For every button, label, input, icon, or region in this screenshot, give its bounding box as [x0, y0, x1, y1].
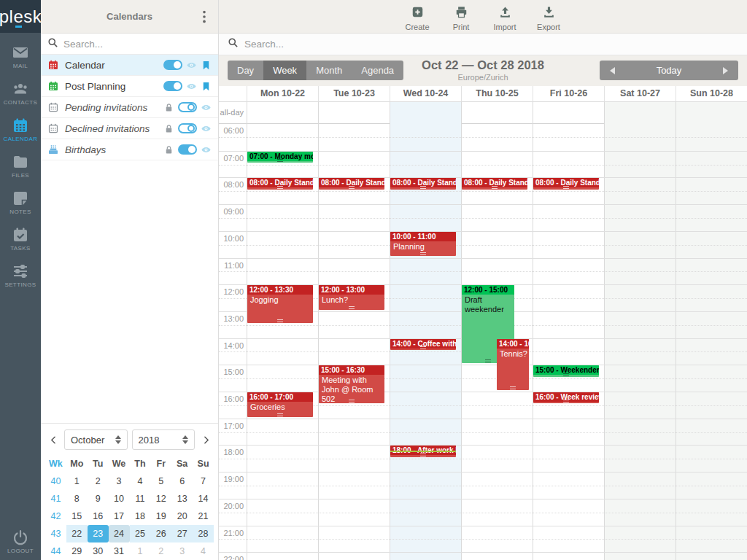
tab-month[interactable]: Month [306, 61, 352, 80]
resize-handle-icon[interactable] [349, 186, 355, 189]
mini-cal-day[interactable]: 5 [150, 472, 171, 490]
mini-cal-day[interactable]: 30 [88, 542, 109, 560]
day-column[interactable]: 08:00 - Daily Standup15:00 - Weekender16… [533, 124, 604, 560]
nav-item-calendar[interactable]: CALENDAR [0, 117, 41, 142]
eye-icon[interactable] [201, 102, 212, 113]
event[interactable]: 15:00 - Weekender [533, 365, 599, 376]
mini-cal-day[interactable]: 25 [130, 525, 151, 542]
mini-cal-day[interactable]: 1 [66, 472, 88, 490]
create-button[interactable]: Create [401, 5, 433, 31]
resize-handle-icon[interactable] [277, 319, 283, 322]
visibility-toggle[interactable] [178, 144, 197, 155]
visibility-toggle[interactable] [163, 60, 182, 70]
plesk-logo[interactable]: plesk [0, 0, 41, 33]
event[interactable]: 14:00 - Coffee with Ann [390, 339, 456, 350]
day-column[interactable]: 08:00 - Daily Standup12:00 - 15:00Draft … [461, 124, 533, 560]
mini-cal-day[interactable]: 4 [193, 542, 214, 560]
mini-cal-day[interactable]: 8 [66, 490, 88, 508]
mini-cal-day[interactable]: 12 [150, 490, 171, 508]
mini-cal-day[interactable]: 10 [109, 490, 130, 508]
today-button[interactable]: Today [657, 65, 682, 76]
prev-month-chevron-icon[interactable] [47, 432, 60, 448]
event[interactable]: 16:00 - 17:00Groceries [247, 392, 313, 417]
nav-logout[interactable]: LOGOUT [0, 529, 41, 554]
event[interactable]: 08:00 - Daily Standup [462, 178, 527, 189]
event[interactable]: 08:00 - Daily Standup [319, 178, 384, 189]
next-week-arrow-icon[interactable] [723, 67, 728, 74]
calendar-list-item[interactable]: Declined invitations [41, 118, 218, 139]
eye-icon[interactable] [201, 123, 212, 134]
resize-handle-icon[interactable] [563, 186, 569, 189]
mini-cal-day[interactable]: 2 [88, 472, 109, 490]
export-button[interactable]: Export [533, 5, 565, 31]
resize-handle-icon[interactable] [277, 186, 283, 189]
mini-cal-day[interactable]: 15 [66, 508, 88, 525]
tab-day[interactable]: Day [228, 61, 263, 80]
calendar-list-item[interactable]: Birthdays [41, 139, 218, 160]
kebab-menu-icon[interactable] [196, 9, 212, 25]
event[interactable]: 15:00 - 16:30Meeting with John @ Room 50… [319, 365, 384, 403]
event[interactable]: 18:00 - After work beer [390, 446, 456, 456]
eye-icon[interactable] [201, 144, 212, 155]
resize-handle-icon[interactable] [563, 400, 569, 402]
day-column[interactable]: 08:00 - Daily Standup12:00 - 13:00Lunch?… [318, 124, 390, 560]
mini-cal-day[interactable]: 9 [88, 490, 109, 508]
visibility-toggle[interactable] [178, 102, 197, 112]
day-column[interactable] [604, 124, 676, 560]
eye-icon[interactable] [186, 60, 197, 71]
event[interactable]: 16:00 - Week review [533, 392, 599, 403]
event[interactable]: 12:00 - 13:30Jogging [247, 285, 313, 323]
next-month-chevron-icon[interactable] [199, 432, 212, 448]
bookmark-icon[interactable] [201, 81, 212, 92]
event[interactable]: 08:00 - Daily Standup [533, 178, 599, 189]
mini-cal-day[interactable]: 11 [130, 490, 151, 508]
month-select[interactable]: October [64, 429, 128, 450]
tab-week[interactable]: Week [263, 61, 306, 80]
mini-cal-day[interactable]: 7 [193, 472, 214, 490]
nav-item-mail[interactable]: MAIL [0, 44, 41, 69]
nav-item-tasks[interactable]: TASKS [0, 226, 41, 252]
mini-cal-day[interactable]: 4 [130, 472, 151, 490]
import-button[interactable]: Import [489, 5, 521, 31]
event[interactable]: 12:00 - 13:00Lunch? [319, 285, 384, 310]
mini-cal-day[interactable]: 17 [109, 508, 130, 525]
mini-cal-day[interactable]: 27 [171, 525, 193, 542]
mini-cal-day[interactable]: 19 [150, 508, 171, 525]
main-search-input[interactable] [244, 39, 738, 50]
print-button[interactable]: Print [445, 5, 477, 31]
mini-cal-day[interactable]: 20 [171, 508, 193, 525]
resize-handle-icon[interactable] [563, 373, 569, 376]
mini-cal-day[interactable]: 26 [150, 525, 171, 542]
prev-week-arrow-icon[interactable] [610, 67, 615, 74]
nav-item-notes[interactable]: NOTES [0, 190, 41, 215]
mini-cal-day[interactable]: 23 [88, 525, 109, 542]
nav-item-settings[interactable]: SETTINGS [0, 262, 41, 288]
mini-cal-day[interactable]: 22 [66, 525, 88, 542]
event[interactable]: 08:00 - Daily Standup [390, 178, 456, 189]
mini-cal-day[interactable]: 1 [130, 542, 151, 560]
event[interactable]: 08:00 - Daily Standup [247, 178, 313, 189]
resize-handle-icon[interactable] [485, 359, 491, 362]
event[interactable]: 10:00 - 11:00Planning [390, 232, 456, 257]
nav-item-files[interactable]: FILES [0, 153, 41, 179]
mini-cal-day[interactable]: 18 [130, 508, 151, 525]
year-select[interactable]: 2018 [132, 429, 196, 450]
day-column[interactable]: 07:00 - Monday mornin08:00 - Daily Stand… [247, 124, 318, 560]
panel-search-input[interactable] [63, 39, 212, 50]
resize-handle-icon[interactable] [420, 186, 426, 189]
mini-cal-day[interactable]: 3 [109, 472, 130, 490]
calendar-list-item[interactable]: Post Planning [41, 76, 218, 97]
mini-cal-day[interactable]: 2 [150, 542, 171, 560]
mini-cal-day[interactable]: 28 [193, 525, 214, 542]
resize-handle-icon[interactable] [420, 252, 426, 255]
resize-handle-icon[interactable] [420, 346, 426, 349]
mini-cal-day[interactable]: 31 [109, 542, 130, 560]
resize-handle-icon[interactable] [420, 454, 426, 456]
tab-agenda[interactable]: Agenda [352, 61, 403, 80]
day-column[interactable]: 08:00 - Daily Standup10:00 - 11:00Planni… [390, 124, 461, 560]
mini-cal-day[interactable]: 16 [88, 508, 109, 525]
event[interactable]: 07:00 - Monday mornin [247, 152, 313, 163]
nav-item-contacts[interactable]: CONTACTS [0, 80, 41, 106]
resize-handle-icon[interactable] [510, 386, 516, 389]
day-column[interactable] [676, 124, 747, 560]
